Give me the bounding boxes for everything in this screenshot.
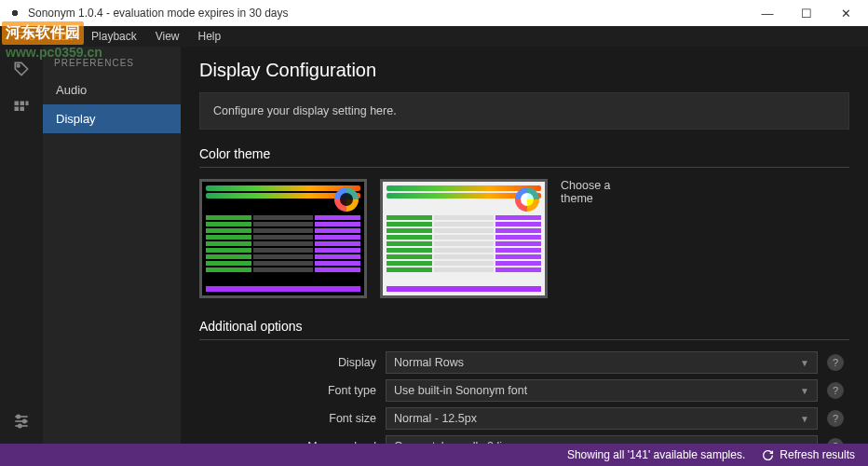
svg-point-0: [17, 64, 20, 67]
theme-description: Choose a theme: [561, 179, 635, 205]
minimize-button[interactable]: —: [756, 7, 779, 21]
app-icon: [7, 6, 22, 21]
svg-rect-3: [26, 102, 29, 106]
theme-dark[interactable]: [199, 179, 367, 298]
menu-help[interactable]: Help: [189, 30, 231, 43]
svg-point-9: [17, 415, 20, 418]
chevron-down-icon: ▼: [800, 442, 809, 445]
iconbar: [0, 47, 43, 444]
menu-playback[interactable]: Playback: [82, 30, 146, 43]
svg-rect-4: [15, 107, 20, 112]
svg-point-11: [19, 424, 21, 427]
info-box: Configure your display setting here.: [199, 92, 849, 130]
menu-view[interactable]: View: [146, 30, 189, 43]
sidebar-item-display[interactable]: Display: [43, 104, 181, 133]
chevron-down-icon: ▼: [800, 358, 809, 368]
section-color-theme: Color theme: [199, 146, 849, 168]
titlebar: Sononym 1.0.4 - evaluation mode expires …: [0, 0, 868, 26]
tag-icon[interactable]: [10, 58, 33, 80]
svg-point-10: [23, 419, 26, 422]
menu-edit[interactable]: Edit: [44, 30, 82, 43]
help-icon[interactable]: ?: [827, 438, 844, 444]
display-label: Display: [199, 356, 376, 369]
settings-icon[interactable]: [10, 410, 33, 432]
menu-file[interactable]: File: [7, 30, 44, 43]
sidebar: PREFERENCES Audio Display: [43, 47, 181, 444]
sidebar-header: PREFERENCES: [43, 47, 181, 75]
sidebar-item-audio[interactable]: Audio: [43, 75, 181, 104]
chevron-down-icon: ▼: [800, 414, 809, 424]
refresh-icon: [762, 449, 774, 461]
svg-rect-2: [20, 102, 25, 106]
chevron-down-icon: ▼: [800, 386, 809, 396]
font-size-label: Font size: [199, 412, 376, 425]
font-type-label: Font type: [199, 384, 376, 397]
content: Display Configuration Configure your dis…: [181, 47, 868, 444]
window-title: Sononym 1.0.4 - evaluation mode expires …: [28, 7, 289, 20]
section-additional: Additional options: [199, 319, 849, 340]
refresh-button[interactable]: Refresh results: [762, 448, 855, 461]
menubar: File Edit Playback View Help: [0, 26, 868, 47]
svg-rect-1: [15, 102, 20, 106]
font-type-select[interactable]: Use built-in Sononym font▼: [386, 379, 818, 402]
help-icon[interactable]: ?: [827, 354, 844, 371]
mouse-wheel-label: Mouse wheel: [199, 440, 376, 444]
help-icon[interactable]: ?: [827, 410, 844, 427]
close-button[interactable]: ✕: [834, 7, 857, 21]
maximize-button[interactable]: ☐: [795, 7, 818, 21]
statusbar: Showing all '141' available samples. Ref…: [0, 444, 868, 466]
svg-rect-5: [20, 107, 25, 112]
display-select[interactable]: Normal Rows▼: [386, 351, 818, 374]
status-text: Showing all '141' available samples.: [567, 448, 745, 461]
help-icon[interactable]: ?: [827, 382, 844, 399]
theme-light[interactable]: [380, 179, 548, 298]
font-size-select[interactable]: Normal - 12.5px▼: [386, 407, 818, 430]
page-title: Display Configuration: [199, 60, 849, 81]
mouse-wheel-select[interactable]: One notch scrolls 2 lines▼: [386, 435, 818, 444]
grid-icon[interactable]: [10, 97, 33, 119]
